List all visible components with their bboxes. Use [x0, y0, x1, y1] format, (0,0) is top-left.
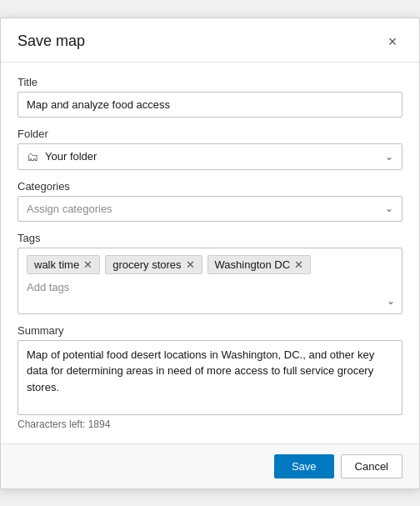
tag-chip-grocery-stores: grocery stores ✕	[105, 255, 202, 274]
chars-left-text: Characters left: 1894	[18, 418, 402, 430]
categories-chevron-icon: ⌄	[385, 203, 393, 214]
cancel-button[interactable]: Cancel	[341, 454, 402, 478]
summary-textarea[interactable]	[18, 340, 402, 415]
folder-select-left: 🗂 Your folder	[27, 150, 97, 163]
folder-select[interactable]: 🗂 Your folder ⌄	[18, 143, 402, 170]
tag-remove-grocery-stores[interactable]: ✕	[186, 259, 195, 270]
tags-label: Tags	[18, 232, 402, 244]
save-button[interactable]: Save	[274, 454, 334, 478]
categories-field-group: Categories Assign categories ⌄	[18, 180, 402, 222]
tag-text-grocery-stores: grocery stores	[112, 258, 181, 271]
folder-icon: 🗂	[27, 150, 38, 163]
tag-text-walk-time: walk time	[34, 258, 79, 271]
title-field-group: Title	[18, 76, 402, 118]
tag-remove-walk-time[interactable]: ✕	[83, 259, 92, 270]
title-label: Title	[18, 76, 402, 88]
save-map-dialog: Save map × Title Folder 🗂 Your folder ⌄ …	[0, 18, 420, 489]
summary-field-group: Summary Characters left: 1894	[18, 324, 402, 430]
add-tags-placeholder: Add tags	[27, 281, 393, 293]
tags-row: walk time ✕ grocery stores ✕ Washington …	[27, 255, 393, 274]
categories-label: Categories	[18, 180, 402, 193]
dialog-title: Save map	[18, 33, 85, 50]
folder-field-group: Folder 🗂 Your folder ⌄	[18, 128, 402, 170]
categories-placeholder: Assign categories	[27, 203, 112, 215]
dialog-footer: Save Cancel	[1, 443, 419, 488]
tag-remove-washington-dc[interactable]: ✕	[294, 259, 303, 270]
dialog-body: Title Folder 🗂 Your folder ⌄ Categories …	[1, 63, 419, 443]
close-button[interactable]: ×	[382, 32, 402, 52]
folder-value: Your folder	[45, 150, 97, 163]
summary-label: Summary	[18, 324, 402, 337]
tags-container[interactable]: walk time ✕ grocery stores ✕ Washington …	[18, 248, 402, 314]
tags-field-group: Tags walk time ✕ grocery stores ✕ Washin…	[18, 232, 402, 314]
tag-text-washington-dc: Washington DC	[215, 258, 291, 271]
dialog-header: Save map ×	[1, 18, 419, 63]
tags-chevron-icon: ⌄	[387, 295, 395, 307]
folder-label: Folder	[18, 128, 402, 140]
tag-chip-walk-time: walk time ✕	[27, 255, 100, 274]
folder-chevron-icon: ⌄	[385, 151, 393, 163]
tag-chip-washington-dc: Washington DC ✕	[208, 255, 312, 274]
categories-select[interactable]: Assign categories ⌄	[18, 196, 402, 222]
title-input[interactable]	[18, 92, 402, 118]
